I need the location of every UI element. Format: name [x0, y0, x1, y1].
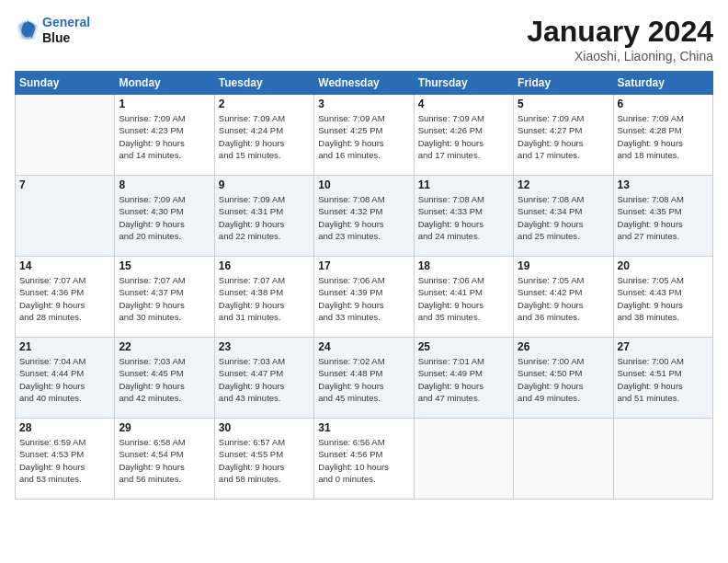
day-number: 10	[318, 178, 409, 191]
calendar-week-row: 78Sunrise: 7:09 AMSunset: 4:30 PMDayligh…	[16, 176, 713, 257]
day-info: Sunrise: 7:08 AMSunset: 4:35 PMDaylight:…	[618, 193, 709, 242]
day-number: 2	[219, 98, 310, 110]
day-info: Sunrise: 7:09 AMSunset: 4:28 PMDaylight:…	[618, 112, 709, 161]
day-number: 13	[618, 178, 709, 191]
day-number: 23	[219, 340, 310, 353]
day-info: Sunrise: 7:08 AMSunset: 4:32 PMDaylight:…	[318, 193, 409, 242]
day-info: Sunrise: 6:57 AMSunset: 4:55 PMDaylight:…	[219, 436, 310, 485]
calendar-cell: 1Sunrise: 7:09 AMSunset: 4:23 PMDaylight…	[115, 95, 214, 176]
calendar-week-row: 28Sunrise: 6:59 AMSunset: 4:53 PMDayligh…	[16, 419, 713, 500]
calendar-cell: 30Sunrise: 6:57 AMSunset: 4:55 PMDayligh…	[214, 419, 313, 500]
calendar-cell: 10Sunrise: 7:08 AMSunset: 4:32 PMDayligh…	[314, 176, 414, 257]
calendar-week-row: 1Sunrise: 7:09 AMSunset: 4:23 PMDaylight…	[16, 95, 713, 176]
day-info: Sunrise: 7:09 AMSunset: 4:30 PMDaylight:…	[119, 193, 210, 242]
day-number: 1	[119, 98, 210, 110]
weekday-header: Sunday	[16, 72, 115, 95]
day-number: 19	[518, 259, 609, 272]
day-number: 3	[318, 98, 409, 110]
calendar-cell	[613, 419, 712, 500]
day-number: 9	[219, 178, 310, 191]
calendar-cell: 15Sunrise: 7:07 AMSunset: 4:37 PMDayligh…	[115, 257, 214, 338]
day-info: Sunrise: 7:05 AMSunset: 4:43 PMDaylight:…	[618, 274, 709, 323]
day-info: Sunrise: 7:04 AMSunset: 4:44 PMDaylight:…	[19, 355, 110, 404]
day-number: 31	[318, 421, 409, 434]
calendar-cell: 8Sunrise: 7:09 AMSunset: 4:30 PMDaylight…	[115, 176, 214, 257]
day-info: Sunrise: 7:03 AMSunset: 4:47 PMDaylight:…	[219, 355, 310, 404]
day-info: Sunrise: 7:09 AMSunset: 4:27 PMDaylight:…	[518, 112, 609, 161]
calendar-week-row: 21Sunrise: 7:04 AMSunset: 4:44 PMDayligh…	[16, 338, 713, 419]
calendar-cell: 14Sunrise: 7:07 AMSunset: 4:36 PMDayligh…	[16, 257, 115, 338]
day-number: 26	[518, 340, 609, 353]
title-area: January 2024 Xiaoshi, Liaoning, China	[527, 15, 713, 63]
day-info: Sunrise: 7:02 AMSunset: 4:48 PMDaylight:…	[318, 355, 409, 404]
day-info: Sunrise: 6:56 AMSunset: 4:56 PMDaylight:…	[318, 436, 409, 485]
calendar-cell	[514, 419, 613, 500]
calendar-cell: 20Sunrise: 7:05 AMSunset: 4:43 PMDayligh…	[613, 257, 712, 338]
calendar-cell: 31Sunrise: 6:56 AMSunset: 4:56 PMDayligh…	[314, 419, 414, 500]
calendar-cell: 25Sunrise: 7:01 AMSunset: 4:49 PMDayligh…	[414, 338, 513, 419]
calendar-cell: 2Sunrise: 7:09 AMSunset: 4:24 PMDaylight…	[214, 95, 313, 176]
calendar-cell: 7	[16, 176, 115, 257]
weekday-header: Friday	[514, 72, 613, 95]
day-info: Sunrise: 7:07 AMSunset: 4:38 PMDaylight:…	[219, 274, 310, 323]
logo: General Blue	[15, 15, 90, 46]
day-info: Sunrise: 7:00 AMSunset: 4:51 PMDaylight:…	[618, 355, 709, 404]
calendar-cell	[414, 419, 513, 500]
weekday-header: Saturday	[613, 72, 712, 95]
day-number: 8	[119, 178, 210, 191]
day-info: Sunrise: 7:09 AMSunset: 4:25 PMDaylight:…	[318, 112, 409, 161]
day-info: Sunrise: 7:09 AMSunset: 4:31 PMDaylight:…	[219, 193, 310, 242]
calendar-cell: 18Sunrise: 7:06 AMSunset: 4:41 PMDayligh…	[414, 257, 513, 338]
calendar-cell: 13Sunrise: 7:08 AMSunset: 4:35 PMDayligh…	[613, 176, 712, 257]
calendar-cell: 16Sunrise: 7:07 AMSunset: 4:38 PMDayligh…	[214, 257, 313, 338]
day-info: Sunrise: 7:03 AMSunset: 4:45 PMDaylight:…	[119, 355, 210, 404]
calendar-cell: 11Sunrise: 7:08 AMSunset: 4:33 PMDayligh…	[414, 176, 513, 257]
day-info: Sunrise: 7:08 AMSunset: 4:34 PMDaylight:…	[518, 193, 609, 242]
day-info: Sunrise: 7:06 AMSunset: 4:41 PMDaylight:…	[418, 274, 509, 323]
day-number: 29	[119, 421, 210, 434]
day-number: 21	[19, 340, 110, 353]
day-number: 4	[418, 98, 509, 110]
day-info: Sunrise: 7:06 AMSunset: 4:39 PMDaylight:…	[318, 274, 409, 323]
day-number: 17	[318, 259, 409, 272]
month-title: January 2024	[527, 15, 713, 49]
day-info: Sunrise: 7:08 AMSunset: 4:33 PMDaylight:…	[418, 193, 509, 242]
calendar-cell: 12Sunrise: 7:08 AMSunset: 4:34 PMDayligh…	[514, 176, 613, 257]
calendar-cell: 26Sunrise: 7:00 AMSunset: 4:50 PMDayligh…	[514, 338, 613, 419]
calendar-cell: 24Sunrise: 7:02 AMSunset: 4:48 PMDayligh…	[314, 338, 414, 419]
day-number: 25	[418, 340, 509, 353]
day-info: Sunrise: 7:05 AMSunset: 4:42 PMDaylight:…	[518, 274, 609, 323]
weekday-header: Thursday	[414, 72, 513, 95]
day-info: Sunrise: 7:09 AMSunset: 4:24 PMDaylight:…	[219, 112, 310, 161]
day-number: 15	[119, 259, 210, 272]
day-number: 24	[318, 340, 409, 353]
day-number: 11	[418, 178, 509, 191]
page: General Blue January 2024 Xiaoshi, Liaon…	[0, 0, 728, 563]
calendar-cell: 17Sunrise: 7:06 AMSunset: 4:39 PMDayligh…	[314, 257, 414, 338]
day-info: Sunrise: 7:09 AMSunset: 4:23 PMDaylight:…	[119, 112, 210, 161]
weekday-header: Monday	[115, 72, 214, 95]
calendar-cell: 5Sunrise: 7:09 AMSunset: 4:27 PMDaylight…	[514, 95, 613, 176]
weekday-header: Wednesday	[314, 72, 414, 95]
day-number: 22	[119, 340, 210, 353]
calendar-cell: 3Sunrise: 7:09 AMSunset: 4:25 PMDaylight…	[314, 95, 414, 176]
calendar-cell: 6Sunrise: 7:09 AMSunset: 4:28 PMDaylight…	[613, 95, 712, 176]
day-info: Sunrise: 6:58 AMSunset: 4:54 PMDaylight:…	[119, 436, 210, 485]
day-number: 12	[518, 178, 609, 191]
day-info: Sunrise: 7:00 AMSunset: 4:50 PMDaylight:…	[518, 355, 609, 404]
header: General Blue January 2024 Xiaoshi, Liaon…	[15, 15, 713, 63]
day-number: 28	[19, 421, 110, 434]
day-number: 18	[418, 259, 509, 272]
logo-text: General Blue	[42, 15, 90, 46]
day-number: 6	[618, 98, 709, 110]
weekday-header: Tuesday	[214, 72, 313, 95]
day-number: 30	[219, 421, 310, 434]
calendar-table: SundayMondayTuesdayWednesdayThursdayFrid…	[15, 71, 713, 500]
calendar-cell: 27Sunrise: 7:00 AMSunset: 4:51 PMDayligh…	[613, 338, 712, 419]
day-info: Sunrise: 7:09 AMSunset: 4:26 PMDaylight:…	[418, 112, 509, 161]
day-number: 14	[19, 259, 110, 272]
calendar-cell: 9Sunrise: 7:09 AMSunset: 4:31 PMDaylight…	[214, 176, 313, 257]
weekday-header-row: SundayMondayTuesdayWednesdayThursdayFrid…	[16, 72, 713, 95]
calendar-week-row: 14Sunrise: 7:07 AMSunset: 4:36 PMDayligh…	[16, 257, 713, 338]
day-number: 7	[19, 178, 110, 191]
